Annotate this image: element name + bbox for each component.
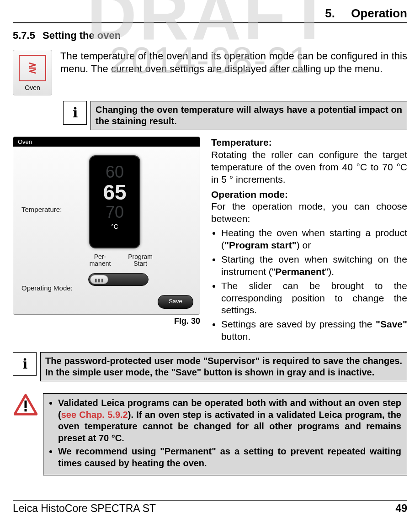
save-button[interactable]: Save	[158, 295, 193, 309]
warning-icon	[13, 393, 38, 416]
temp-body: Rotating the roller can configure the ta…	[211, 149, 407, 186]
slider-knob[interactable]: ▮▮▮	[90, 275, 108, 284]
note-1: Changing the oven temperature will alway…	[90, 101, 407, 130]
temperature-roller[interactable]: 60 65 70 °C	[89, 155, 140, 248]
list-item: The slider can be brought to the corresp…	[221, 280, 407, 317]
info-icon: ℹ	[63, 101, 87, 125]
opmode-heading: Operation mode:	[211, 189, 288, 200]
svg-rect-1	[25, 401, 27, 408]
page-number: 49	[395, 502, 407, 515]
chapter-number: 5.	[325, 6, 335, 20]
list-item: We recommend using "Permanent" as a sett…	[58, 446, 401, 469]
oven-icon-glyph: ⋛	[19, 55, 46, 81]
oven-icon-label: Oven	[16, 84, 49, 91]
section-heading: 5.7.5 Setting the oven	[13, 30, 407, 42]
opmode-intro: For the operation mode, you can choose b…	[211, 200, 407, 225]
section-title: Setting the oven	[43, 30, 121, 41]
list-item: Settings are saved by pressing the "Save…	[221, 318, 407, 343]
svg-rect-2	[25, 409, 27, 411]
figure-opmode-label: Operating Mode:	[21, 284, 73, 292]
figure-title: Oven	[13, 137, 200, 147]
figure-caption: Fig. 30	[13, 316, 200, 326]
mode-permanent-label: Per-manent	[86, 253, 114, 267]
body-text: Temperature: Rotating the roller can con…	[211, 137, 407, 346]
list-item: Starting the oven when switching on the …	[221, 253, 407, 278]
page-footer: Leica HistoCore SPECTRA ST 49	[13, 500, 407, 515]
intro-text: The temperature of the oven and its oper…	[60, 50, 407, 75]
oven-icon: ⋛ Oven	[13, 50, 52, 95]
mode-programstart-label: ProgramStart	[127, 253, 154, 267]
temp-prev: 60	[90, 163, 139, 182]
list-item: Heating the oven when starting a product…	[221, 227, 407, 252]
list-item: Validated Leica programs can be operated…	[58, 397, 401, 444]
info-icon: ℹ	[13, 352, 37, 376]
temp-next: 70	[90, 203, 139, 222]
warning-box: Validated Leica programs can be operated…	[43, 393, 407, 475]
note-2: The password-protected user mode "Superv…	[40, 352, 407, 381]
temp-current: 65	[90, 180, 139, 205]
section-number: 5.7.5	[13, 30, 35, 41]
operating-mode-slider[interactable]: ▮▮▮	[88, 273, 149, 286]
chapter-header: 5. Operation	[13, 6, 407, 23]
chapter-title: Operation	[351, 6, 407, 20]
temp-heading: Temperature:	[211, 137, 272, 148]
product-name: Leica HistoCore SPECTRA ST	[13, 502, 156, 515]
figure-oven-settings: Oven Temperature: Operating Mode: 60 65 …	[13, 137, 200, 315]
temp-unit: °C	[90, 223, 139, 230]
figure-temp-label: Temperature:	[21, 206, 62, 213]
cross-reference: see Chap. 5.9.2	[61, 410, 128, 420]
